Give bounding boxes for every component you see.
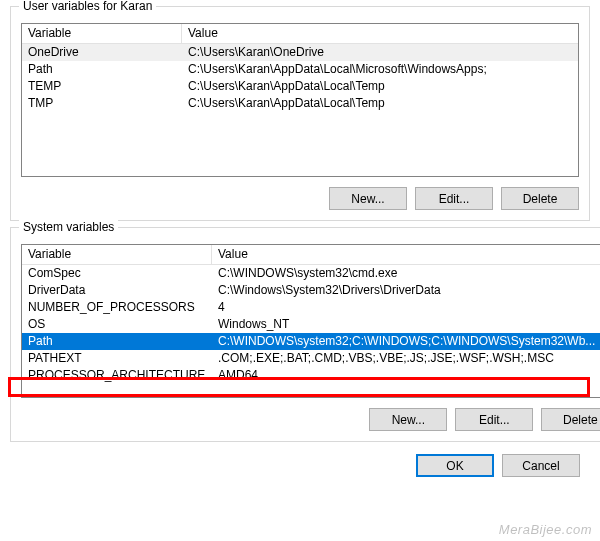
dialog-buttons-row: OK Cancel: [0, 454, 580, 477]
var-value: C:\Users\Karan\AppData\Local\Microsoft\W…: [182, 61, 578, 78]
var-value: Windows_NT: [212, 316, 600, 333]
var-name: Path: [22, 61, 182, 78]
table-row[interactable]: Path C:\Users\Karan\AppData\Local\Micros…: [22, 61, 578, 78]
table-row[interactable]: PROCESSOR_ARCHITECTURE AMD64: [22, 367, 600, 384]
var-value: C:\WINDOWS\system32\cmd.exe: [212, 265, 600, 282]
ok-button[interactable]: OK: [416, 454, 494, 477]
var-value: C:\Users\Karan\AppData\Local\Temp: [182, 78, 578, 95]
system-variables-group: System variables Variable Value ComSpec …: [10, 227, 600, 442]
sys-buttons-row: New... Edit... Delete: [21, 408, 600, 431]
table-row[interactable]: TMP C:\Users\Karan\AppData\Local\Temp: [22, 95, 578, 112]
user-new-button[interactable]: New...: [329, 187, 407, 210]
var-name: ComSpec: [22, 265, 212, 282]
var-value: C:\WINDOWS\system32;C:\WINDOWS;C:\WINDOW…: [212, 333, 600, 350]
var-value: AMD64: [212, 367, 600, 384]
user-list-header: Variable Value: [22, 24, 578, 44]
user-delete-button[interactable]: Delete: [501, 187, 579, 210]
var-name: OS: [22, 316, 212, 333]
table-row[interactable]: PATHEXT .COM;.EXE;.BAT;.CMD;.VBS;.VBE;.J…: [22, 350, 600, 367]
user-variables-group: User variables for Karan Variable Value …: [10, 6, 590, 221]
watermark: MeraBijee.com: [499, 522, 592, 537]
var-name: DriverData: [22, 282, 212, 299]
user-variables-title: User variables for Karan: [19, 0, 156, 13]
table-row[interactable]: TEMP C:\Users\Karan\AppData\Local\Temp: [22, 78, 578, 95]
user-col-value[interactable]: Value: [182, 24, 578, 44]
var-name: TMP: [22, 95, 182, 112]
sys-list-header: Variable Value: [22, 245, 600, 265]
table-row[interactable]: OS Windows_NT: [22, 316, 600, 333]
var-name: TEMP: [22, 78, 182, 95]
system-variables-title: System variables: [19, 220, 118, 234]
sys-new-button[interactable]: New...: [369, 408, 447, 431]
table-row[interactable]: OneDrive C:\Users\Karan\OneDrive: [22, 44, 578, 61]
var-name: NUMBER_OF_PROCESSORS: [22, 299, 212, 316]
var-value: C:\Users\Karan\AppData\Local\Temp: [182, 95, 578, 112]
sys-col-variable[interactable]: Variable: [22, 245, 212, 265]
table-row[interactable]: ComSpec C:\WINDOWS\system32\cmd.exe: [22, 265, 600, 282]
var-value: C:\Windows\System32\Drivers\DriverData: [212, 282, 600, 299]
cancel-button[interactable]: Cancel: [502, 454, 580, 477]
var-name: Path: [22, 333, 212, 350]
user-variables-list[interactable]: Variable Value OneDrive C:\Users\Karan\O…: [21, 23, 579, 177]
sys-col-value[interactable]: Value: [212, 245, 600, 265]
table-row[interactable]: Path C:\WINDOWS\system32;C:\WINDOWS;C:\W…: [22, 333, 600, 350]
sys-delete-button[interactable]: Delete: [541, 408, 600, 431]
var-name: PATHEXT: [22, 350, 212, 367]
user-buttons-row: New... Edit... Delete: [21, 187, 579, 210]
var-value: C:\Users\Karan\OneDrive: [182, 44, 578, 61]
var-name: PROCESSOR_ARCHITECTURE: [22, 367, 212, 384]
user-edit-button[interactable]: Edit...: [415, 187, 493, 210]
table-row[interactable]: DriverData C:\Windows\System32\Drivers\D…: [22, 282, 600, 299]
system-variables-list[interactable]: Variable Value ComSpec C:\WINDOWS\system…: [21, 244, 600, 398]
var-name: OneDrive: [22, 44, 182, 61]
table-row[interactable]: NUMBER_OF_PROCESSORS 4: [22, 299, 600, 316]
var-value: .COM;.EXE;.BAT;.CMD;.VBS;.VBE;.JS;.JSE;.…: [212, 350, 600, 367]
var-value: 4: [212, 299, 600, 316]
sys-edit-button[interactable]: Edit...: [455, 408, 533, 431]
user-col-variable[interactable]: Variable: [22, 24, 182, 44]
